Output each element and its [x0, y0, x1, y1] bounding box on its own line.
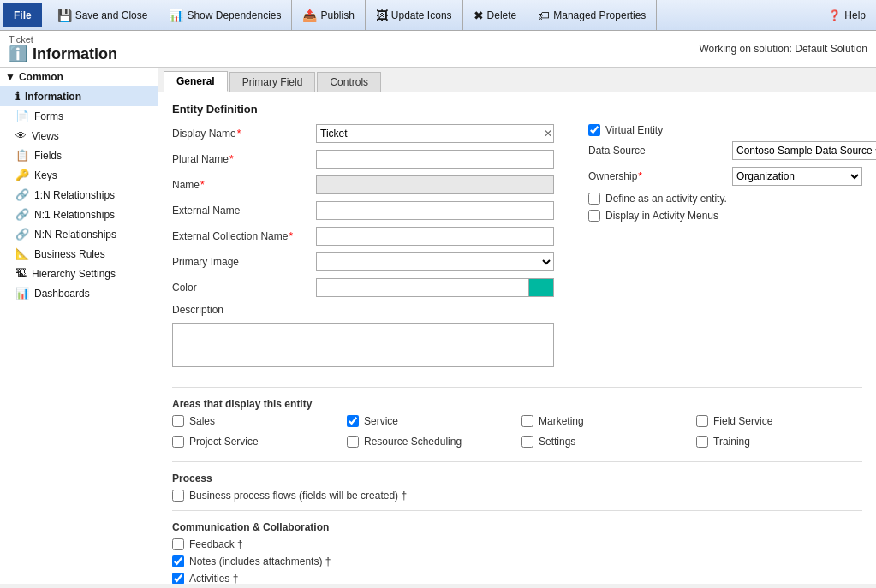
data-source-select[interactable]: Contoso Sample Data Source [732, 141, 876, 160]
toolbar: File 💾 Save and Close 📊 Show Dependencie… [0, 0, 876, 31]
plural-name-required: * [229, 153, 234, 165]
publish-button[interactable]: 📤 Publish [297, 3, 359, 27]
display-name-clear-button[interactable]: ✕ [544, 128, 552, 140]
content-area: General Primary Field Controls Entity De… [158, 68, 876, 584]
name-required: * [200, 179, 205, 191]
sidebar-item-keys[interactable]: 🔑 Keys [0, 165, 158, 185]
external-name-input[interactable]: Ticket [316, 201, 554, 220]
area-field-service: Field Service [696, 415, 862, 427]
file-button[interactable]: File [3, 3, 42, 27]
sidebar-item-fields[interactable]: 📋 Fields [0, 146, 158, 165]
form-content: Entity Definition Display Name* ✕ [158, 92, 876, 584]
area-project-service-label: Project Service [189, 436, 259, 448]
area-settings-label: Settings [539, 436, 575, 448]
display-activity-row: Display in Activity Menus [588, 210, 862, 222]
area-service-checkbox[interactable] [347, 415, 359, 427]
name-input[interactable]: new_ticket [316, 175, 554, 194]
area-training-checkbox[interactable] [696, 436, 708, 448]
business-rules-icon: 📐 [15, 247, 29, 260]
delete-group: ✖ Delete [463, 0, 528, 30]
tab-controls[interactable]: Controls [317, 72, 381, 92]
comm-notes-label: Notes (includes attachments) † [189, 555, 331, 567]
comm-notes-checkbox[interactable] [172, 555, 184, 567]
dashboards-icon: 📊 [15, 287, 29, 300]
data-source-label: Data Source [588, 145, 725, 157]
comm-activities: Activities † [172, 573, 862, 584]
virtual-entity-checkbox[interactable] [588, 124, 600, 136]
plural-name-label: Plural Name* [172, 153, 309, 165]
save-close-button[interactable]: 💾 Save and Close [52, 3, 153, 27]
comm-section-title: Communication & Collaboration [172, 521, 862, 533]
business-process-label: Business process flows (fields will be c… [189, 490, 407, 502]
area-field-service-checkbox[interactable] [696, 415, 708, 427]
name-label: Name* [172, 179, 309, 191]
sidebar-item-business-rules[interactable]: 📐 Business Rules [0, 244, 158, 264]
color-swatch[interactable] [528, 278, 554, 297]
display-activity-label: Display in Activity Menus [605, 210, 718, 222]
external-collection-input[interactable]: Tickets [316, 227, 554, 246]
update-icons-button[interactable]: 🖼 Update Icons [371, 3, 457, 27]
area-resource-scheduling-checkbox[interactable] [347, 436, 359, 448]
publish-icon: 📤 [302, 9, 317, 22]
page-title: ℹ️ Information [9, 45, 117, 63]
dependencies-group: 📊 Show Dependencies [158, 0, 292, 30]
external-collection-label: External Collection Name* [172, 230, 309, 242]
sidebar-item-views[interactable]: 👁 Views [0, 126, 158, 146]
comm-feedback: Feedback † [172, 538, 862, 550]
sidebar-item-forms[interactable]: 📄 Forms [0, 106, 158, 126]
comm-activities-label: Activities † [189, 573, 238, 584]
help-button[interactable]: ❓ Help [821, 8, 873, 23]
description-label-row: Description [172, 304, 554, 316]
area-sales-checkbox[interactable] [172, 415, 184, 427]
sidebar-item-n1-relationships[interactable]: 🔗 N:1 Relationships [0, 205, 158, 224]
area-settings-checkbox[interactable] [521, 436, 533, 448]
area-project-service: Project Service [172, 436, 338, 448]
help-icon: ❓ [828, 9, 841, 21]
color-input-group [316, 278, 554, 297]
area-marketing-label: Marketing [539, 415, 584, 427]
delete-icon: ✖ [474, 9, 484, 22]
info-icon: ℹ [15, 90, 20, 103]
ownership-select[interactable]: Organization [732, 167, 862, 186]
area-sales: Sales [172, 415, 338, 427]
update-icons-group: 🖼 Update Icons [366, 0, 463, 30]
comm-feedback-checkbox[interactable] [172, 538, 184, 550]
sidebar: ▼ Common ℹ Information 📄 Forms 👁 Views 📋… [0, 68, 158, 584]
ownership-required: * [638, 170, 642, 182]
delete-button[interactable]: ✖ Delete [468, 3, 522, 27]
area-training: Training [696, 436, 862, 448]
area-project-service-checkbox[interactable] [172, 436, 184, 448]
area-service-label: Service [364, 415, 398, 427]
color-label: Color [172, 282, 309, 294]
tab-general[interactable]: General [164, 71, 228, 92]
left-column: Display Name* ✕ Plural Name* Tickets [172, 124, 554, 378]
sidebar-item-1n-relationships[interactable]: 🔗 1:N Relationships [0, 185, 158, 205]
dependencies-icon: 📊 [169, 9, 183, 22]
description-textarea[interactable] [172, 323, 554, 367]
publish-group: 📤 Publish [292, 0, 365, 30]
business-process-checkbox[interactable] [172, 490, 184, 502]
managed-properties-button[interactable]: 🏷 Managed Properties [533, 3, 651, 27]
sidebar-section-common[interactable]: ▼ Common [0, 68, 158, 86]
page-icon: ℹ️ [9, 45, 27, 63]
external-collection-required: * [289, 230, 293, 242]
primary-image-row: Primary Image [172, 252, 554, 271]
primary-image-select[interactable] [316, 252, 554, 271]
sidebar-item-hierarchy-settings[interactable]: 🏗 Hierarchy Settings [0, 264, 158, 283]
sidebar-item-information[interactable]: ℹ Information [0, 86, 158, 106]
plural-name-input[interactable]: Tickets [316, 150, 554, 169]
comm-activities-checkbox[interactable] [172, 573, 184, 584]
sidebar-item-nn-relationships[interactable]: 🔗 N:N Relationships [0, 224, 158, 244]
sidebar-item-dashboards[interactable]: 📊 Dashboards [0, 283, 158, 303]
right-column: Virtual Entity Data Source Contoso Sampl… [588, 124, 862, 378]
show-dependencies-button[interactable]: 📊 Show Dependencies [164, 3, 286, 27]
tab-primary-field[interactable]: Primary Field [229, 72, 316, 92]
color-text-input[interactable] [316, 278, 528, 297]
area-marketing: Marketing [521, 415, 688, 427]
hierarchy-icon: 🏗 [15, 267, 27, 280]
primary-image-label: Primary Image [172, 256, 309, 268]
display-name-input[interactable] [316, 124, 554, 143]
define-activity-checkbox[interactable] [588, 193, 600, 205]
area-marketing-checkbox[interactable] [521, 415, 533, 427]
display-activity-checkbox[interactable] [588, 210, 600, 222]
